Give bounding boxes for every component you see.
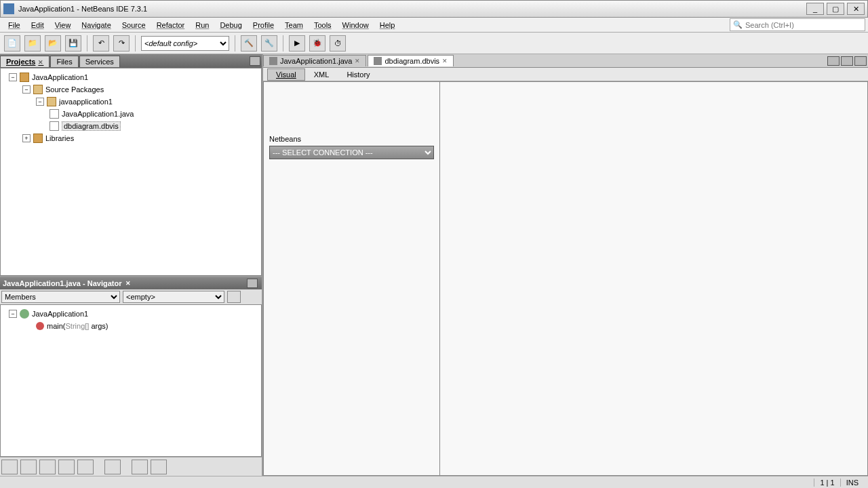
editor-body: Netbeans --- SELECT CONNECTION --- <box>263 81 868 476</box>
navigator-tree[interactable]: − JavaApplication1 main(String[] args) <box>0 304 262 457</box>
debug-button[interactable]: 🐞 <box>309 35 326 52</box>
menu-refactor[interactable]: Refactor <box>151 20 191 30</box>
package-icon <box>47 97 56 106</box>
menu-navigate[interactable]: Navigate <box>76 20 116 30</box>
menu-source[interactable]: Source <box>117 20 151 30</box>
collapse-icon[interactable]: − <box>22 85 31 94</box>
left-pane: Projects✕ Files Services − JavaApplicati… <box>0 54 263 476</box>
save-all-button[interactable]: 💾 <box>65 35 81 52</box>
menu-edit[interactable]: Edit <box>26 20 50 30</box>
navigator-panel: JavaApplication1.java - Navigator ✕ Memb… <box>0 276 262 476</box>
window-title: JavaApplication1 - NetBeans IDE 7.3.1 <box>18 5 806 13</box>
collapse-icon[interactable]: − <box>9 73 17 81</box>
editor-tab-java[interactable]: JavaApplication1.java ✕ <box>263 55 366 66</box>
nav-class-name: JavaApplication1 <box>32 310 88 318</box>
editor-dock-2[interactable] <box>841 56 853 66</box>
menu-debug[interactable]: Debug <box>214 20 247 30</box>
run-button[interactable]: ▶ <box>289 35 305 52</box>
tree-libraries[interactable]: + Libraries <box>3 132 258 144</box>
java-file-icon <box>269 57 277 65</box>
collapse-icon[interactable]: − <box>9 310 17 318</box>
nav-btn-7[interactable] <box>132 460 148 474</box>
menu-file[interactable]: File <box>3 20 26 30</box>
tree-label: Libraries <box>45 134 74 142</box>
statusbar: 1 | 1 INS <box>0 476 868 488</box>
build-button[interactable]: 🔨 <box>241 35 257 52</box>
tree-package[interactable]: − javaapplication1 <box>3 96 258 108</box>
clean-build-button[interactable]: 🔧 <box>261 35 277 52</box>
nav-btn-8[interactable] <box>151 460 167 474</box>
menu-run[interactable]: Run <box>190 20 214 30</box>
editor-dock-1[interactable] <box>827 56 840 66</box>
tree-label: JavaApplication1 <box>32 73 88 81</box>
tab-projects[interactable]: Projects✕ <box>0 56 50 67</box>
minimize-button[interactable]: _ <box>806 3 824 15</box>
projects-tabs: Projects✕ Files Services <box>0 54 262 68</box>
subtab-visual[interactable]: Visual <box>267 68 305 81</box>
nav-method[interactable]: main(String[] args) <box>3 320 258 332</box>
tree-project-root[interactable]: − JavaApplication1 <box>3 71 258 83</box>
nav-btn-2[interactable] <box>20 460 37 474</box>
menu-team[interactable]: Team <box>279 20 309 30</box>
quick-search[interactable]: 🔍 <box>730 18 865 31</box>
open-project-button[interactable]: 📂 <box>45 35 61 52</box>
new-project-button[interactable]: 📁 <box>24 35 41 52</box>
tree-source-packages[interactable]: − Source Packages <box>3 83 258 96</box>
close-icon[interactable]: ✕ <box>355 58 360 64</box>
redo-button[interactable]: ↷ <box>113 35 130 52</box>
tree-java-file[interactable]: JavaApplication1.java <box>3 108 258 120</box>
dock-button[interactable] <box>247 279 258 288</box>
undo-button[interactable]: ↶ <box>93 35 109 52</box>
subtab-history[interactable]: History <box>338 68 378 81</box>
editor-dock-3[interactable] <box>854 56 867 66</box>
close-icon[interactable]: ✕ <box>125 280 131 287</box>
close-icon[interactable]: ✕ <box>38 59 43 66</box>
menu-help[interactable]: Help <box>374 20 401 30</box>
menu-tools[interactable]: Tools <box>309 20 337 30</box>
tree-dbvis-file[interactable]: dbdiagram.dbvis <box>3 120 258 132</box>
close-button[interactable]: ✕ <box>847 3 865 15</box>
nav-method-name: main(String[] args) <box>47 322 108 330</box>
editor-tab-dbvis[interactable]: dbdiagram.dbvis ✕ <box>368 55 454 66</box>
new-file-button[interactable]: 📄 <box>4 35 20 52</box>
insert-mode: INS <box>840 479 864 487</box>
editor-area: JavaApplication1.java ✕ dbdiagram.dbvis … <box>263 54 868 476</box>
nav-btn-3[interactable] <box>39 460 56 474</box>
config-select[interactable]: <default config> <box>141 36 229 51</box>
menu-view[interactable]: View <box>50 20 77 30</box>
titlebar: JavaApplication1 - NetBeans IDE 7.3.1 _ … <box>0 0 868 18</box>
project-icon <box>20 73 29 82</box>
navigator-title: JavaApplication1.java - Navigator <box>3 279 121 287</box>
connection-label: Netbeans <box>269 135 434 143</box>
maximize-button[interactable]: ▢ <box>827 3 844 15</box>
connection-select[interactable]: --- SELECT CONNECTION --- <box>269 146 434 159</box>
members-select[interactable]: Members <box>1 291 120 303</box>
nav-btn-6[interactable] <box>104 460 121 474</box>
close-icon[interactable]: ✕ <box>442 58 448 64</box>
nav-class[interactable]: − JavaApplication1 <box>3 308 258 320</box>
collapse-icon[interactable]: − <box>36 98 44 106</box>
profile-button[interactable]: ⏱ <box>330 35 346 52</box>
editor-subtabs: Visual XML History <box>263 68 868 81</box>
subtab-xml[interactable]: XML <box>305 68 338 81</box>
filter-button[interactable] <box>227 291 241 303</box>
tab-files[interactable]: Files <box>50 56 78 67</box>
menu-profile[interactable]: Profile <box>248 20 279 30</box>
menu-window[interactable]: Window <box>337 20 374 30</box>
cursor-position: 1 | 1 <box>814 479 840 487</box>
empty-select[interactable]: <empty> <box>123 291 224 303</box>
package-folder-icon <box>33 85 43 94</box>
expand-icon[interactable]: + <box>22 134 31 142</box>
projects-tree[interactable]: − JavaApplication1 − Source Packages − j… <box>0 68 262 276</box>
navigator-title-bar: JavaApplication1.java - Navigator ✕ <box>0 277 262 289</box>
nav-btn-4[interactable] <box>58 460 75 474</box>
tab-services[interactable]: Services <box>79 56 120 67</box>
nav-btn-5[interactable] <box>77 460 94 474</box>
search-input[interactable] <box>745 21 862 29</box>
tree-label: JavaApplication1.java <box>62 110 134 118</box>
editor-canvas[interactable] <box>440 82 867 475</box>
editor-left-panel: Netbeans --- SELECT CONNECTION --- <box>264 82 440 475</box>
nav-btn-1[interactable] <box>1 460 18 474</box>
dock-button[interactable] <box>250 56 260 66</box>
navigator-bottom-toolbar <box>0 457 262 476</box>
